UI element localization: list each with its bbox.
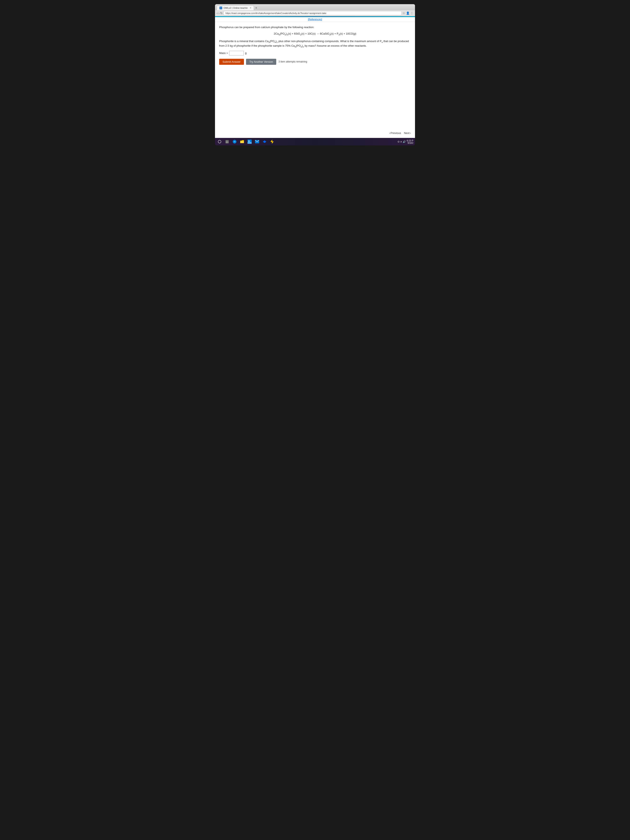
next-chevron-icon: ›	[410, 131, 411, 134]
search-icon[interactable]	[224, 139, 230, 145]
bookmark-icon[interactable]: ☆	[403, 11, 405, 15]
taskbar-left	[217, 139, 275, 145]
tab-label: OWLv2 | Online teachin	[224, 7, 248, 9]
clock-date: 9/18/2	[407, 142, 413, 144]
zap-icon[interactable]	[269, 139, 275, 145]
tab-bar: OWLv2 | Online teachin × +	[215, 4, 415, 10]
mail-icon[interactable]	[254, 139, 260, 145]
question-area: Phosphorus can be prepared from calcium …	[215, 22, 415, 68]
taskbar-right: ⊙ ∧ 🔊 6:23 P 9/18/2	[398, 139, 413, 144]
profile-icon[interactable]: 👤	[406, 11, 410, 15]
menu-icon[interactable]: ⋮	[411, 11, 413, 15]
mass-row: Mass = g	[219, 51, 411, 55]
edge-browser-icon[interactable]	[232, 139, 237, 145]
system-tray-icons: ⊙ ∧ 🔊	[398, 140, 406, 143]
forward-icon[interactable]: ›	[218, 11, 219, 15]
attempts-text: 3 item attempts remaining	[278, 60, 307, 64]
previous-button[interactable]: ‹ Previous	[389, 131, 401, 134]
svg-rect-4	[226, 142, 227, 143]
clock-time: 6:23 P	[407, 139, 413, 142]
bottom-navigation: ‹ Previous Next ›	[389, 131, 411, 134]
page-content: [References] Phosphorus can be prepared …	[215, 17, 415, 138]
dropbox-icon[interactable]	[262, 139, 267, 145]
svg-rect-2	[226, 141, 227, 142]
svg-marker-15	[270, 140, 274, 144]
address-bar-row: ‹ › ↻ ☆ 👤 ⋮	[215, 10, 415, 16]
chemical-equation: 2Ca3(PO4)2(s) + 6SiO2(s) + 10C(s) → 6CaS…	[219, 32, 411, 36]
previous-label: Previous	[390, 131, 401, 134]
back-icon[interactable]: ‹	[217, 11, 218, 15]
mass-input[interactable]	[229, 51, 244, 55]
new-tab-button[interactable]: +	[254, 6, 258, 10]
start-button[interactable]	[217, 139, 223, 145]
mass-unit: g	[245, 51, 246, 55]
intro-text: Phosphorus can be prepared from calcium …	[219, 25, 411, 30]
file-explorer-icon[interactable]	[239, 139, 245, 145]
clock: 6:23 P 9/18/2	[407, 139, 413, 144]
tab-favicon	[219, 6, 222, 9]
refresh-icon[interactable]: ↻	[220, 11, 223, 15]
try-another-version-button[interactable]: Try Another Version	[246, 59, 276, 65]
next-label: Next	[404, 131, 410, 134]
buttons-row: Submit Answer Try Another Version 3 item…	[219, 59, 411, 65]
browser-chrome: OWLv2 | Online teachin × + ‹ › ↻ ☆ 👤 ⋮	[215, 4, 415, 16]
taskbar: ⊙ ∧ 🔊 6:23 P 9/18/2	[215, 138, 415, 145]
description-text: Phosphorite is a mineral that contains C…	[219, 39, 411, 48]
browser-tab[interactable]: OWLv2 | Online teachin ×	[217, 5, 254, 10]
svg-rect-3	[227, 141, 228, 142]
svg-point-0	[218, 140, 221, 143]
next-button[interactable]: Next ›	[404, 131, 411, 134]
references-link[interactable]: [References]	[215, 17, 415, 22]
mass-label: Mass =	[219, 51, 228, 55]
previous-chevron-icon: ‹	[389, 131, 390, 134]
photos-icon[interactable]	[247, 139, 253, 145]
submit-answer-button[interactable]: Submit Answer	[219, 59, 244, 65]
close-tab-icon[interactable]: ×	[250, 6, 251, 9]
laptop-screen: OWLv2 | Online teachin × + ‹ › ↻ ☆ 👤 ⋮ […	[215, 4, 415, 145]
address-bar[interactable]	[224, 11, 402, 15]
svg-rect-5	[227, 142, 228, 143]
